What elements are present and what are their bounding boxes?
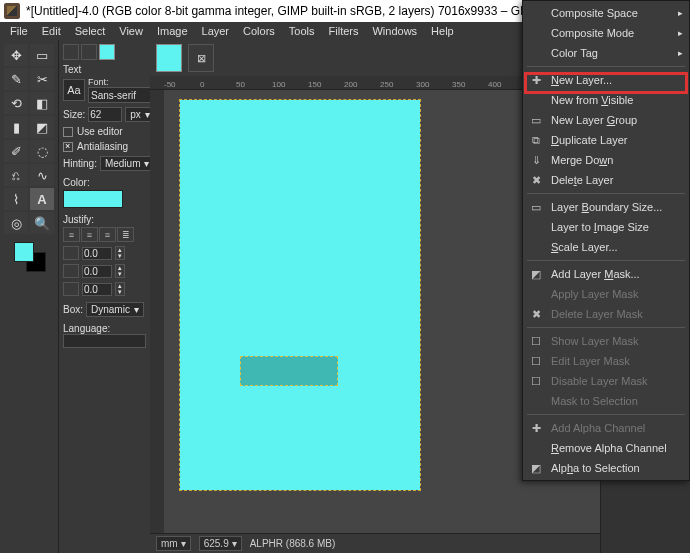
menu-layer[interactable]: Layer bbox=[196, 24, 236, 38]
menu-item-composite-space[interactable]: Composite Space▸ bbox=[523, 3, 689, 23]
menu-item-icon: ▭ bbox=[529, 113, 543, 127]
menu-item-new-layer-group[interactable]: ▭New Layer Group bbox=[523, 110, 689, 130]
language-input[interactable] bbox=[63, 334, 146, 348]
menu-separator bbox=[527, 327, 685, 328]
box-select[interactable]: Dynamic ▾ bbox=[86, 302, 144, 317]
menu-item-icon: ☐ bbox=[529, 334, 543, 348]
justify-left-icon[interactable]: ≡ bbox=[63, 227, 80, 242]
free-select-tool-icon[interactable]: ✎ bbox=[4, 68, 28, 90]
menu-file[interactable]: File bbox=[4, 24, 34, 38]
text-tool-icon[interactable]: A bbox=[30, 188, 54, 210]
justify-center-icon[interactable]: ≡ bbox=[99, 227, 116, 242]
menu-item-icon bbox=[529, 26, 543, 40]
size-input[interactable] bbox=[88, 107, 122, 122]
dock-tab-active-icon[interactable] bbox=[99, 44, 115, 60]
stepper-icon[interactable]: ▴▾ bbox=[115, 282, 125, 296]
menu-item-label: Delete Layer bbox=[551, 174, 613, 186]
menu-item-delete-layer[interactable]: ✖Delete Layer bbox=[523, 170, 689, 190]
menu-item-disable-layer-mask: ☐Disable Layer Mask bbox=[523, 371, 689, 391]
menu-item-layer-boundary-size[interactable]: ▭Layer Boundary Size... bbox=[523, 197, 689, 217]
menu-item-icon bbox=[529, 6, 543, 20]
menu-select[interactable]: Select bbox=[69, 24, 112, 38]
menu-item-color-tag[interactable]: Color Tag▸ bbox=[523, 43, 689, 63]
menu-item-icon: ☐ bbox=[529, 354, 543, 368]
gradient-tool-icon[interactable]: ◩ bbox=[30, 116, 54, 138]
menu-item-icon: ◩ bbox=[529, 461, 543, 475]
menu-edit[interactable]: Edit bbox=[36, 24, 67, 38]
text-color-field[interactable] bbox=[63, 190, 123, 208]
document-close-icon[interactable]: ⊠ bbox=[188, 44, 214, 72]
menu-colors[interactable]: Colors bbox=[237, 24, 281, 38]
color-label: Color: bbox=[63, 177, 146, 188]
menu-view[interactable]: View bbox=[113, 24, 149, 38]
text-selection-box[interactable] bbox=[240, 356, 338, 386]
eraser-tool-icon[interactable]: ◌ bbox=[30, 140, 54, 162]
menu-item-scale-layer[interactable]: Scale Layer... bbox=[523, 237, 689, 257]
hinting-select[interactable]: Medium▾ bbox=[100, 156, 155, 171]
dock-tab-icon[interactable] bbox=[63, 44, 79, 60]
menu-filters[interactable]: Filters bbox=[323, 24, 365, 38]
menu-item-new-from-visible[interactable]: New from Visible bbox=[523, 90, 689, 110]
indent-icon bbox=[63, 246, 79, 260]
menu-tools[interactable]: Tools bbox=[283, 24, 321, 38]
color-swatch[interactable] bbox=[2, 242, 56, 272]
menu-item-merge-down[interactable]: ⇓Merge Down bbox=[523, 150, 689, 170]
menu-item-duplicate-layer[interactable]: ⧉Duplicate Layer bbox=[523, 130, 689, 150]
ruler-vertical bbox=[150, 90, 164, 533]
canvas-page[interactable] bbox=[180, 100, 420, 490]
use-editor-checkbox[interactable] bbox=[63, 127, 73, 137]
justify-right-icon[interactable]: ≡ bbox=[81, 227, 98, 242]
menu-image[interactable]: Image bbox=[151, 24, 194, 38]
justify-label: Justify: bbox=[63, 214, 146, 225]
menu-item-icon bbox=[529, 240, 543, 254]
menu-item-new-layer[interactable]: ✚New Layer... bbox=[523, 70, 689, 90]
path-tool-icon[interactable]: ⌇ bbox=[4, 188, 28, 210]
menu-item-icon: ⧉ bbox=[529, 133, 543, 147]
bucket-tool-icon[interactable]: ▮ bbox=[4, 116, 28, 138]
ruler-mark: 0 bbox=[200, 80, 204, 89]
stepper-icon[interactable]: ▴▾ bbox=[115, 264, 125, 278]
pencil-tool-icon[interactable]: ✐ bbox=[4, 140, 28, 162]
document-thumb-icon[interactable] bbox=[156, 44, 182, 72]
menu-item-alpha-to-selection[interactable]: ◩Alpha to Selection bbox=[523, 458, 689, 478]
menu-item-layer-to-image-size[interactable]: Layer to Image Size bbox=[523, 217, 689, 237]
menu-item-icon bbox=[529, 220, 543, 234]
letter-spacing-input[interactable] bbox=[82, 283, 112, 296]
move-tool-icon[interactable]: ✥ bbox=[4, 44, 28, 66]
smudge-tool-icon[interactable]: ∿ bbox=[30, 164, 54, 186]
transform-tool-icon[interactable]: ⟲ bbox=[4, 92, 28, 114]
menu-item-label: Composite Mode bbox=[551, 27, 634, 39]
menu-item-icon bbox=[529, 394, 543, 408]
menu-item-icon: ✚ bbox=[529, 73, 543, 87]
antialias-checkbox[interactable] bbox=[63, 142, 73, 152]
menu-item-delete-layer-mask: ✖Delete Layer Mask bbox=[523, 304, 689, 324]
stepper-icon[interactable]: ▴▾ bbox=[115, 246, 125, 260]
menu-item-remove-alpha-channel[interactable]: Remove Alpha Channel bbox=[523, 438, 689, 458]
font-preview-icon[interactable]: Aa bbox=[63, 79, 85, 101]
menu-item-label: Alpha to Selection bbox=[551, 462, 640, 474]
indent-input[interactable] bbox=[82, 247, 112, 260]
menu-item-label: Apply Layer Mask bbox=[551, 288, 638, 300]
fg-color-icon[interactable] bbox=[14, 242, 34, 262]
chevron-down-icon: ▾ bbox=[144, 158, 149, 169]
measure-tool-icon[interactable]: ◎ bbox=[4, 212, 28, 234]
menu-item-composite-mode[interactable]: Composite Mode▸ bbox=[523, 23, 689, 43]
letter-spacing-icon bbox=[63, 282, 79, 296]
menu-item-add-layer-mask[interactable]: ◩Add Layer Mask... bbox=[523, 264, 689, 284]
zoom-select[interactable]: 625.9 ▾ bbox=[199, 536, 242, 551]
warp-tool-icon[interactable]: ◧ bbox=[30, 92, 54, 114]
justify-fill-icon[interactable]: ≣ bbox=[117, 227, 134, 242]
menu-help[interactable]: Help bbox=[425, 24, 460, 38]
menu-item-icon bbox=[529, 287, 543, 301]
crop-tool-icon[interactable]: ✂ bbox=[30, 68, 54, 90]
zoom-tool-icon[interactable]: 🔍 bbox=[30, 212, 54, 234]
menu-item-apply-layer-mask: Apply Layer Mask bbox=[523, 284, 689, 304]
ruler-mark: 200 bbox=[344, 80, 357, 89]
clone-tool-icon[interactable]: ⎌ bbox=[4, 164, 28, 186]
line-spacing-input[interactable] bbox=[82, 265, 112, 278]
rect-select-tool-icon[interactable]: ▭ bbox=[30, 44, 54, 66]
dock-tab-icon[interactable] bbox=[81, 44, 97, 60]
statusbar: mm ▾ 625.9 ▾ ALPHR (868.6 MB) bbox=[150, 533, 600, 553]
unit-select[interactable]: mm ▾ bbox=[156, 536, 191, 551]
menu-windows[interactable]: Windows bbox=[366, 24, 423, 38]
